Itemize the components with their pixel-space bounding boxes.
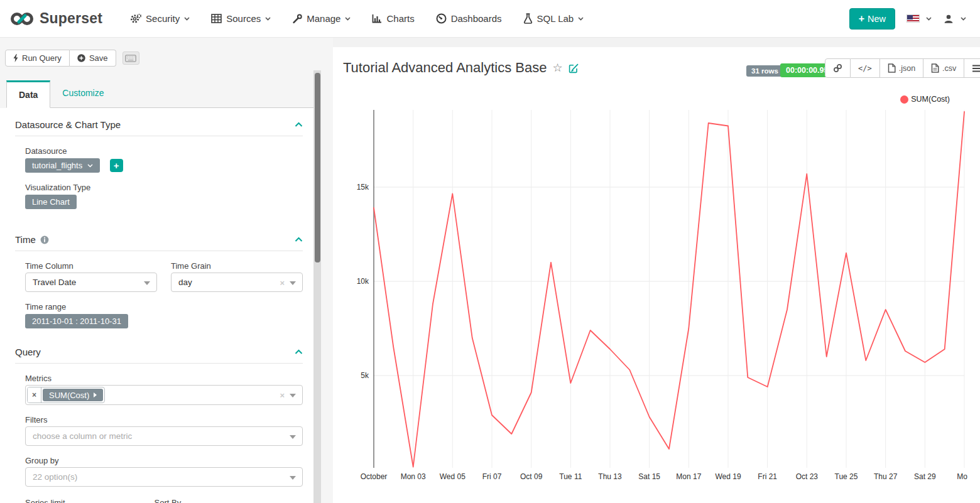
brand-name: Superset: [40, 10, 102, 27]
x-tick-label: Thu 13: [598, 472, 622, 481]
view-query-button[interactable]: </>: [851, 58, 880, 78]
nav-label: Dashboards: [451, 13, 502, 24]
x-tick-label: Thu 27: [874, 472, 898, 481]
link-icon: [833, 63, 842, 73]
scrollbar-thumb[interactable]: [315, 73, 320, 262]
share-link-button[interactable]: [825, 58, 851, 78]
gears-icon: [130, 13, 141, 24]
clear-icon[interactable]: ×: [280, 278, 285, 287]
nav-label: SQL Lab: [537, 13, 574, 24]
export-csv-button[interactable]: .csv: [923, 58, 964, 78]
legend-label: SUM(Cost): [911, 95, 950, 104]
y-tick-label: 15k: [357, 183, 369, 192]
x-tick-label: Oct 23: [796, 472, 819, 481]
nav-item-sources[interactable]: Sources: [202, 8, 280, 29]
time-grain-value: day: [178, 278, 192, 287]
time-grain-select[interactable]: day ×: [171, 273, 303, 292]
section-title: Time: [15, 234, 36, 245]
time-column-value: Travel Date: [33, 278, 76, 287]
user-menu[interactable]: [943, 13, 966, 24]
clear-icon[interactable]: ×: [280, 391, 285, 400]
y-tick-label: 5k: [361, 371, 369, 380]
keyboard-shortcut-button[interactable]: [122, 51, 139, 65]
x-tick-label: October: [361, 472, 388, 481]
nav-item-manage[interactable]: Manage: [283, 8, 359, 29]
chevron-down-icon: [345, 17, 351, 21]
superset-logo[interactable]: Superset: [0, 10, 114, 27]
chevron-up-icon[interactable]: [295, 237, 303, 242]
new-button[interactable]: + New: [849, 8, 895, 30]
file-csv-icon: [931, 63, 939, 73]
nav-label: Security: [146, 13, 180, 24]
table-icon: [211, 14, 222, 23]
chart-title: Tutorial Advanced Analytics Base: [343, 60, 547, 76]
favorite-star-icon[interactable]: ☆: [552, 62, 562, 73]
nav-item-sql-lab[interactable]: SQL Lab: [514, 8, 593, 29]
viz-type-pill[interactable]: Line Chart: [25, 195, 77, 209]
legend-sum-cost[interactable]: SUM(Cost): [900, 95, 950, 104]
caret-right-icon: [94, 392, 97, 398]
x-tick-label: Mon: [957, 472, 967, 481]
export-csv-label: .csv: [942, 64, 956, 73]
metrics-select[interactable]: × SUM(Cost) ×: [25, 385, 303, 405]
x-tick-label: Sat 29: [914, 472, 936, 481]
metric-pill[interactable]: SUM(Cost): [43, 389, 103, 401]
panel-scrollbar[interactable]: [313, 70, 321, 503]
row-count-badge: 31 rows: [746, 65, 783, 77]
y-tick-label: 10k: [357, 277, 369, 286]
caret-down-icon: [144, 281, 150, 285]
file-json-icon: [888, 63, 896, 73]
nav-item-dashboards[interactable]: Dashboards: [427, 8, 511, 29]
save-button[interactable]: Save: [70, 50, 116, 67]
x-tick-label: Oct 09: [520, 472, 543, 481]
filters-select[interactable]: choose a column or metric: [25, 426, 303, 446]
x-tick-label: Fri 07: [482, 472, 502, 481]
x-tick-label: Tue 11: [559, 472, 582, 481]
code-icon: </>: [858, 64, 872, 73]
metric-token: × SUM(Cost): [27, 387, 105, 403]
tab-customize[interactable]: Customize: [50, 80, 116, 107]
remove-metric-button[interactable]: ×: [28, 387, 41, 403]
time-column-select[interactable]: Travel Date: [25, 273, 157, 292]
chevron-down-icon: [87, 164, 93, 168]
chevron-up-icon[interactable]: [295, 122, 303, 127]
explore-control-panel: Run Query Save Data Customize Datasource…: [0, 38, 333, 503]
chevron-down-icon: [578, 17, 584, 21]
groupby-select[interactable]: 22 option(s): [25, 467, 303, 487]
time-range-pill[interactable]: 2011-10-01 : 2011-10-31: [25, 314, 128, 328]
superset-infinity-icon: [10, 11, 34, 26]
nav-menu: Security Sources Manage Charts: [121, 8, 592, 30]
language-selector[interactable]: [906, 14, 932, 23]
query-section: Query Metrics × SUM(Cost) ×: [15, 347, 303, 487]
nav-label: Charts: [386, 13, 414, 24]
bolt-icon: [13, 54, 18, 62]
nav-item-charts[interactable]: Charts: [363, 8, 423, 29]
x-tick-label: Mon 03: [401, 472, 426, 481]
dashboard-icon: [436, 13, 447, 24]
run-query-label: Run Query: [22, 53, 62, 63]
x-tick-label: Sat 15: [638, 472, 660, 481]
tab-data[interactable]: Data: [6, 80, 50, 108]
nav-item-security[interactable]: Security: [121, 8, 199, 30]
caret-down-icon: [290, 394, 296, 398]
viz-type-value: Line Chart: [32, 197, 70, 207]
export-json-button[interactable]: .json: [880, 58, 923, 78]
chart-panel: 5k10k15kOctoberMon 03Wed 05Fri 07Oct 09T…: [333, 47, 980, 503]
bar-chart-icon: [372, 14, 382, 23]
section-title: Query: [15, 347, 41, 357]
groupby-placeholder: 22 option(s): [33, 472, 77, 482]
chart-menu-button[interactable]: [964, 58, 980, 78]
datasource-section: Datasource & Chart Type Datasource tutor…: [15, 119, 303, 209]
metrics-label: Metrics: [25, 374, 303, 383]
chart-actions: </> .json .csv: [825, 58, 980, 78]
export-json-label: .json: [899, 64, 915, 73]
datasource-value-pill[interactable]: tutorial_flights: [25, 158, 100, 173]
line-chart[interactable]: 5k10k15kOctoberMon 03Wed 05Fri 07Oct 09T…: [333, 47, 967, 493]
viz-type-label: Visualization Type: [25, 183, 303, 192]
edit-datasource-button[interactable]: +: [110, 159, 123, 172]
edit-chart-icon[interactable]: [569, 63, 579, 73]
run-query-button[interactable]: Run Query: [5, 50, 70, 67]
chevron-up-icon[interactable]: [295, 349, 303, 355]
top-navbar: Superset Security Sources Manage: [0, 0, 980, 38]
sum-cost-line[interactable]: [374, 112, 964, 467]
